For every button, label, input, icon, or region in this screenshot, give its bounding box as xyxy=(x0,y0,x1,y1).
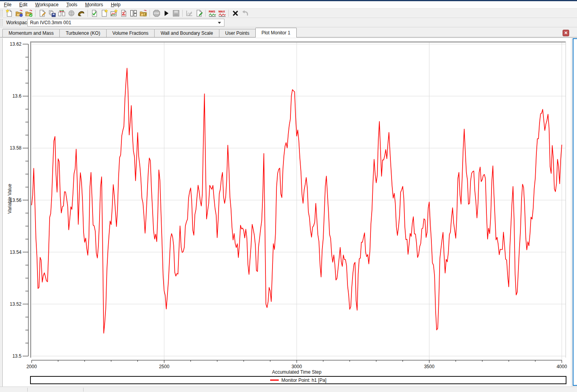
tab-bar: Momentum and MassTurbulence (KO)Volume F… xyxy=(0,27,577,37)
delete-object-button[interactable] xyxy=(231,9,240,18)
content-area: 13.513.5213.5413.5613.5813.613.622000250… xyxy=(0,37,577,387)
tab-plot-monitor-1[interactable]: Plot Monitor 1 xyxy=(255,28,297,37)
svg-text:13.52: 13.52 xyxy=(10,301,21,307)
workspace-toolbar-gripper[interactable] xyxy=(1,19,3,26)
new-monitor-icon xyxy=(100,9,108,17)
menu-monitors[interactable]: Monitors xyxy=(82,2,106,8)
new-chart-icon xyxy=(110,9,118,17)
tab-turbulence-ko[interactable]: Turbulence (KO) xyxy=(59,29,106,37)
edit-definition-icon xyxy=(38,9,46,17)
report-icon xyxy=(120,9,128,17)
save-copy-icon xyxy=(48,9,56,17)
save-copy-button[interactable] xyxy=(47,9,56,18)
toolbar-gripper[interactable] xyxy=(1,10,3,17)
menu-help[interactable]: Help xyxy=(108,2,124,8)
y-axis-title: Variable Value xyxy=(7,175,12,222)
menu-edit[interactable]: Edit xyxy=(16,2,30,8)
toolbar: STOPRMSMAX xyxy=(0,9,577,18)
svg-text:13.54: 13.54 xyxy=(10,249,21,255)
remote-connection-icon xyxy=(68,9,75,17)
workspace-properties-icon xyxy=(139,9,147,17)
edit-definition-button[interactable] xyxy=(37,9,46,18)
max-residuals-icon: MAX xyxy=(218,9,226,17)
status-bar-separator xyxy=(27,388,28,392)
svg-text:3500: 3500 xyxy=(424,364,435,369)
svg-text:3000: 3000 xyxy=(292,364,302,369)
start-run-button[interactable] xyxy=(162,9,171,18)
chart-properties-icon xyxy=(185,9,193,17)
tab-user-points[interactable]: User Points xyxy=(219,29,256,37)
workspace-layout-button[interactable] xyxy=(129,9,138,18)
legend-line-sample xyxy=(270,380,279,381)
tab-volume-fractions[interactable]: Volume Fractions xyxy=(106,29,155,37)
svg-text:13.58: 13.58 xyxy=(10,145,21,151)
menu-file[interactable]: File xyxy=(1,2,14,8)
toolbar-separator xyxy=(228,10,229,17)
workspace-row: Workspace Run IVC0.3mm 001 xyxy=(0,18,577,27)
stop-run-icon: STOP xyxy=(153,9,160,17)
workspace-combobox[interactable]: Run IVC0.3mm 001 xyxy=(27,19,224,27)
rms-residuals-button[interactable]: RMS xyxy=(208,9,217,18)
open-run-icon xyxy=(15,9,23,17)
chevron-down-icon xyxy=(218,22,221,24)
svg-text:2500: 2500 xyxy=(159,364,169,369)
toolbar-separator xyxy=(35,10,36,17)
open-results-button[interactable] xyxy=(24,9,33,18)
toolbar-separator xyxy=(182,10,183,17)
svg-text:Accumulated Time Step: Accumulated Time Step xyxy=(272,369,322,375)
workspace-layout-icon xyxy=(130,9,137,17)
new-file-button[interactable] xyxy=(5,9,14,18)
plot-legend: Monitor Point: h1 [Pa] xyxy=(30,376,566,384)
edit-properties-icon xyxy=(195,9,203,17)
close-tab-button[interactable]: ✕ xyxy=(563,30,569,36)
plot-monitor-panel: 13.513.5213.5413.5613.5813.613.622000250… xyxy=(2,38,571,387)
status-bar-separator xyxy=(83,388,84,392)
chart-properties-button xyxy=(185,9,194,18)
workspace-label: Workspace xyxy=(6,20,30,25)
workspace-properties-button[interactable] xyxy=(139,9,148,18)
transfer-files-icon xyxy=(58,9,66,17)
define-run-button[interactable] xyxy=(90,9,99,18)
svg-text:13.6: 13.6 xyxy=(12,93,22,99)
svg-text:MAX: MAX xyxy=(218,9,225,13)
max-residuals-button[interactable]: MAX xyxy=(217,9,226,18)
transfer-files-button[interactable] xyxy=(57,9,66,18)
open-results-icon xyxy=(25,9,33,17)
report-button[interactable] xyxy=(119,9,128,18)
new-chart-button[interactable] xyxy=(109,9,118,18)
start-run-icon xyxy=(162,9,170,17)
stop-run-button: STOP xyxy=(152,9,161,18)
svg-text:13.5: 13.5 xyxy=(12,353,22,359)
undo-button xyxy=(240,9,249,18)
toolbar-separator xyxy=(87,10,88,17)
delete-object-icon xyxy=(232,9,239,17)
toolbar-separator xyxy=(150,10,150,17)
menu-workspace[interactable]: Workspace xyxy=(32,2,62,8)
cfx-shell-button[interactable] xyxy=(77,9,85,18)
define-run-icon xyxy=(91,9,98,17)
cfx-shell-icon xyxy=(77,9,85,17)
svg-text:STOP: STOP xyxy=(154,12,159,14)
rms-residuals-icon: RMS xyxy=(208,9,216,17)
workspace-combobox-value: Run IVC0.3mm 001 xyxy=(28,20,218,25)
menu-bar: FileEditWorkspaceToolsMonitorsHelp xyxy=(0,1,577,9)
menu-tools[interactable]: Tools xyxy=(63,2,80,8)
new-file-icon xyxy=(5,9,13,17)
save-results-icon xyxy=(172,9,180,17)
legend-label: Monitor Point: h1 [Pa] xyxy=(281,378,326,383)
svg-text:RMS: RMS xyxy=(208,9,215,13)
svg-text:4000: 4000 xyxy=(557,364,567,369)
tab-momentum-and-mass[interactable]: Momentum and Mass xyxy=(2,29,60,37)
remote-connection-button xyxy=(67,9,76,18)
new-monitor-button[interactable] xyxy=(100,9,109,18)
tab-wall-and-boundary-scale[interactable]: Wall and Boundary Scale xyxy=(154,29,219,37)
open-run-button[interactable] xyxy=(14,9,23,18)
right-panel-edge[interactable] xyxy=(573,38,577,386)
status-bar xyxy=(0,387,577,392)
monitor-plot[interactable]: 13.513.5213.5413.5613.5813.613.622000250… xyxy=(3,38,571,387)
svg-text:13.62: 13.62 xyxy=(10,41,21,47)
toolbar-separator xyxy=(205,10,206,17)
save-results-button xyxy=(171,9,180,18)
undo-icon xyxy=(241,9,249,17)
edit-properties-button[interactable] xyxy=(194,9,203,18)
